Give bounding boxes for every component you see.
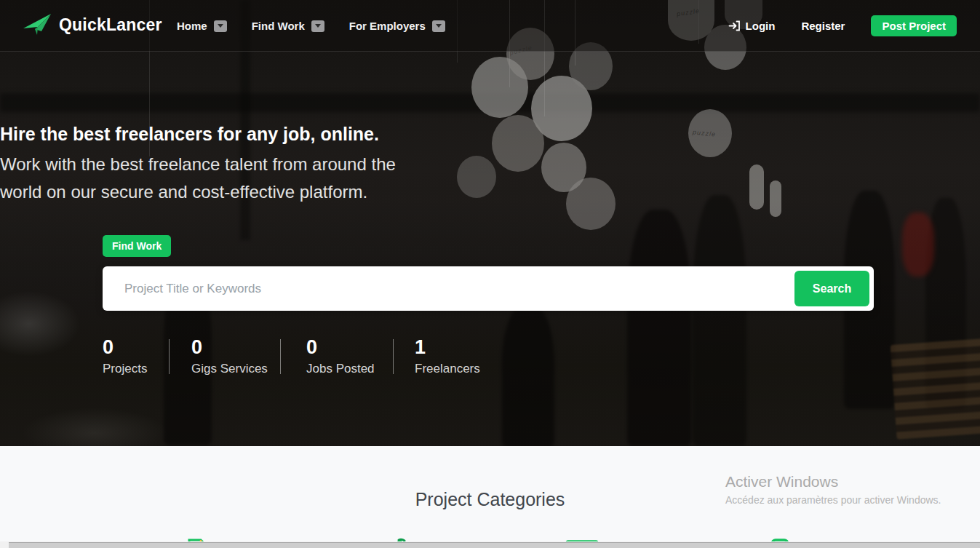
stat-label: Freelancers (415, 362, 480, 376)
nav-label: Find Work (252, 20, 305, 32)
nav-item-for-employers[interactable]: For Employers (349, 20, 445, 32)
find-work-button[interactable]: Find Work (103, 235, 171, 257)
page: puzzle puzzle puzzle (0, 0, 980, 548)
watermark-subtitle: Accédez aux paramètres pour activer Wind… (725, 494, 941, 506)
nav-item-find-work[interactable]: Find Work (252, 20, 324, 32)
stat-divider (280, 339, 281, 374)
windows-activation-watermark: Activer Windows Accédez aux paramètres p… (725, 473, 941, 506)
login-label: Login (746, 20, 776, 32)
chevron-down-icon[interactable] (311, 20, 324, 32)
search-input[interactable] (103, 266, 794, 311)
stat-value: 1 (415, 336, 480, 358)
chevron-down-icon[interactable] (214, 20, 227, 32)
stat-divider (393, 339, 394, 374)
chevron-down-icon[interactable] (432, 20, 445, 32)
hero-title: Hire the best freelancers for any job, o… (0, 124, 509, 145)
top-navbar: QuickLancer Home Find Work For Employers (0, 0, 980, 52)
horizontal-scrollbar-track[interactable] (0, 541, 980, 548)
search-bar: Search (103, 266, 874, 311)
stats-row: 0 Projects 0 Gigs Services 0 Jobs Posted… (103, 336, 656, 380)
nav-label: Home (177, 20, 207, 32)
stat-value: 0 (103, 336, 147, 358)
nav-label: For Employers (349, 20, 426, 32)
stat-gigs-services: 0 Gigs Services (191, 336, 268, 376)
stat-freelancers: 1 Freelancers (415, 336, 480, 376)
stat-value: 0 (306, 336, 375, 358)
stat-value: 0 (191, 336, 268, 358)
watermark-title: Activer Windows (725, 473, 941, 491)
brand-logo[interactable]: QuickLancer (22, 12, 162, 37)
brand-name: QuickLancer (59, 15, 162, 35)
register-link[interactable]: Register (801, 20, 845, 32)
stat-jobs-posted: 0 Jobs Posted (306, 336, 375, 376)
main-nav: Home Find Work For Employers (177, 0, 445, 52)
stat-label: Gigs Services (191, 362, 268, 376)
search-button[interactable]: Search (794, 271, 869, 306)
post-project-button[interactable]: Post Project (871, 15, 957, 36)
stat-divider (169, 339, 170, 374)
header-actions: Login Register Post Project (728, 0, 957, 52)
stat-label: Projects (103, 362, 147, 376)
login-link[interactable]: Login (728, 20, 776, 32)
stat-projects: 0 Projects (103, 336, 147, 376)
paper-plane-icon (22, 12, 52, 37)
stat-label: Jobs Posted (306, 362, 375, 376)
sign-in-icon (728, 20, 741, 32)
hero-section: puzzle puzzle puzzle (0, 0, 980, 446)
project-categories-section: Project Categories Activer Windows Accéd… (0, 446, 980, 548)
hero-subtitle: Work with the best freelance talent from… (0, 151, 428, 206)
horizontal-scrollbar-thumb[interactable] (9, 542, 980, 548)
nav-item-home[interactable]: Home (177, 20, 227, 32)
